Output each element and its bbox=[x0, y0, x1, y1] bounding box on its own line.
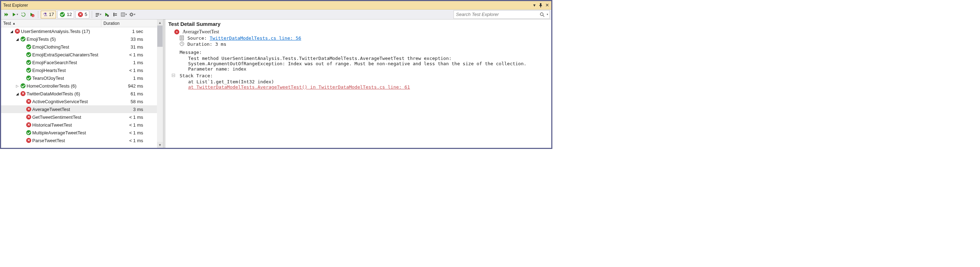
fail-icon bbox=[26, 99, 32, 104]
columns-button[interactable]: ▾ bbox=[120, 11, 127, 18]
search-icon[interactable] bbox=[539, 12, 547, 17]
svg-line-18 bbox=[132, 15, 133, 16]
tree-item-name: EmojiExtraSpecialCharatersTest bbox=[32, 52, 98, 58]
svg-line-20 bbox=[132, 13, 133, 14]
svg-rect-3 bbox=[95, 14, 99, 15]
search-box[interactable]: ▾ bbox=[453, 10, 550, 19]
column-header-duration[interactable]: Duration bbox=[101, 19, 163, 27]
scroll-down-icon[interactable]: ▼ bbox=[157, 142, 163, 148]
scroll-thumb[interactable] bbox=[158, 26, 162, 47]
tree-item-name: MultipleAverageTweetTest bbox=[32, 130, 86, 136]
tree-row[interactable]: ParseTweetTest< 1 ms bbox=[1, 136, 163, 144]
pass-icon bbox=[26, 52, 32, 58]
tree-item-name: EmojiFaceSearchTest bbox=[32, 60, 77, 65]
run-all-button[interactable] bbox=[3, 11, 10, 18]
filter-total[interactable]: ⚗ 17 bbox=[41, 11, 56, 18]
tree-row[interactable]: MultipleAverageTweetTest< 1 ms bbox=[1, 129, 163, 136]
fail-icon bbox=[26, 114, 32, 120]
tree-item-name: UserSentimentAnalysis.Tests (17) bbox=[21, 29, 90, 34]
pin-icon[interactable] bbox=[538, 3, 544, 8]
pass-icon bbox=[20, 36, 26, 42]
scroll-up-icon[interactable]: ▲ bbox=[157, 19, 163, 26]
playlist-button[interactable]: ▾ bbox=[94, 11, 102, 18]
tree-item-name: EmojiHeartsTest bbox=[32, 68, 66, 73]
run-button[interactable]: ▾ bbox=[11, 11, 19, 18]
tree-item-duration: 31 ms bbox=[101, 44, 163, 50]
tree-row[interactable]: AverageTweetTest3 ms bbox=[1, 105, 163, 113]
tree-row[interactable]: ◢ EmojiTests (5)33 ms bbox=[1, 35, 163, 43]
scrollbar[interactable]: ▲ ▼ bbox=[157, 19, 163, 148]
fail-icon bbox=[78, 12, 83, 18]
svg-rect-7 bbox=[115, 13, 117, 14]
source-file-icon bbox=[180, 35, 185, 40]
tree-row[interactable]: ◢ TwitterDataModelTests (6)61 ms bbox=[1, 90, 163, 98]
search-input[interactable] bbox=[454, 12, 539, 17]
repeat-last-run-button[interactable] bbox=[19, 11, 27, 18]
tree-item-name: ParseTweetTest bbox=[32, 138, 65, 143]
tree-item-duration: 1 ms bbox=[101, 75, 163, 81]
tree-row[interactable]: ▷ HomeControllerTests (6)942 ms bbox=[1, 82, 163, 90]
title-bar: Test Explorer ▾ ✕ bbox=[1, 1, 551, 10]
tree-item-duration: 1 ms bbox=[101, 60, 163, 65]
message-label: Message: bbox=[180, 50, 202, 55]
run-after-build-button[interactable] bbox=[103, 11, 111, 18]
detail-panel: Test Detail Summary AverageTweetTest Sou… bbox=[165, 19, 551, 148]
chevron-down-icon[interactable]: ◢ bbox=[10, 29, 14, 34]
sort-asc-icon: ▲ bbox=[13, 22, 16, 25]
pass-icon bbox=[59, 12, 65, 18]
tree-row[interactable]: EmojiFaceSearchTest1 ms bbox=[1, 59, 163, 66]
failed-count: 5 bbox=[85, 12, 87, 17]
tree-item-name: HomeControllerTests (6) bbox=[27, 83, 76, 89]
tree-item-duration: 33 ms bbox=[101, 37, 163, 42]
tree-row[interactable]: GetTweetSentimentTest< 1 ms bbox=[1, 113, 163, 121]
column-test-label: Test bbox=[3, 21, 11, 26]
tree-row[interactable]: EmojiHeartsTest< 1 ms bbox=[1, 66, 163, 74]
pass-icon bbox=[26, 75, 32, 81]
tree-item-duration: < 1 ms bbox=[101, 115, 163, 120]
pass-icon bbox=[26, 59, 32, 65]
settings-button[interactable]: ▾ bbox=[128, 11, 136, 18]
toolbar-separator bbox=[38, 11, 38, 18]
svg-text:✕: ✕ bbox=[32, 14, 34, 17]
stack-trace-link[interactable]: at TwitterDataModelTests.AverageTweetTes… bbox=[188, 85, 410, 90]
duration-label: Duration: bbox=[188, 42, 212, 47]
tree-item-duration: < 1 ms bbox=[101, 122, 163, 128]
total-count: 17 bbox=[49, 12, 54, 17]
tree-row[interactable]: ◢ UserSentimentAnalysis.Tests (17)1 sec bbox=[1, 27, 163, 35]
svg-rect-2 bbox=[95, 13, 99, 14]
window-menu-icon[interactable]: ▾ bbox=[531, 3, 537, 8]
stack-trace-line: at List`1.get_Item(Int32 index) bbox=[188, 79, 548, 85]
flask-icon: ⚗ bbox=[43, 12, 48, 18]
tree-row[interactable]: TearsOfJoyTest1 ms bbox=[1, 74, 163, 82]
tree-item-duration: < 1 ms bbox=[101, 52, 163, 58]
tree-row[interactable]: HistoricalTweetTest< 1 ms bbox=[1, 121, 163, 129]
tree-item-name: HistoricalTweetTest bbox=[32, 122, 72, 128]
run-failed-button[interactable]: ✕ bbox=[28, 11, 36, 18]
close-icon[interactable]: ✕ bbox=[544, 3, 550, 8]
tree-row[interactable]: ActiveCognitiveServiceTest58 ms bbox=[1, 98, 163, 105]
pass-icon bbox=[26, 67, 32, 73]
chevron-right-icon[interactable]: ▷ bbox=[15, 84, 19, 88]
tree-row[interactable]: EmojiClothingTest31 ms bbox=[1, 43, 163, 51]
chevron-down-icon[interactable]: ◢ bbox=[15, 37, 19, 41]
fail-icon bbox=[174, 29, 180, 35]
fail-icon bbox=[26, 106, 32, 112]
tree-row[interactable]: EmojiExtraSpecialCharatersTest< 1 ms bbox=[1, 51, 163, 59]
column-duration-label: Duration bbox=[103, 21, 119, 26]
svg-rect-4 bbox=[95, 16, 98, 17]
source-link[interactable]: TwitterDataModelTests.cs line: 56 bbox=[210, 35, 301, 41]
collapse-icon[interactable]: − bbox=[172, 74, 175, 77]
svg-rect-5 bbox=[107, 15, 109, 17]
tree-body[interactable]: ◢ UserSentimentAnalysis.Tests (17)1 sec◢… bbox=[1, 27, 163, 148]
stack-body: at List`1.get_Item(Int32 index)at Twitte… bbox=[188, 79, 548, 90]
tree-item-duration: < 1 ms bbox=[101, 68, 163, 73]
chevron-down-icon[interactable]: ◢ bbox=[15, 92, 19, 96]
message-body: Test method UserSentimentAnalysis.Tests.… bbox=[188, 56, 548, 72]
filter-passed[interactable]: 12 bbox=[57, 11, 74, 18]
toolbar-separator bbox=[92, 11, 92, 18]
column-header-test[interactable]: Test ▲ bbox=[1, 19, 101, 27]
tree-item-duration: < 1 ms bbox=[101, 130, 163, 136]
filter-failed[interactable]: 5 bbox=[75, 11, 89, 18]
group-by-button[interactable] bbox=[111, 11, 119, 18]
tree-item-name: GetTweetSentimentTest bbox=[32, 115, 81, 120]
